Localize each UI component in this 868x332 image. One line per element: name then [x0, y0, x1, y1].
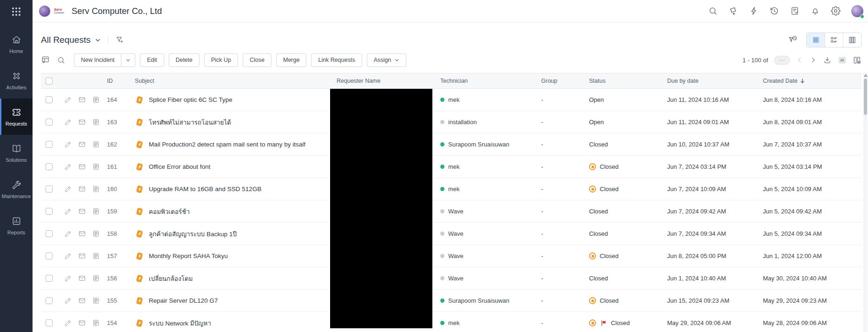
email-row-icon[interactable]: [78, 297, 86, 305]
column-header-due[interactable]: Due by date: [667, 78, 763, 84]
column-header-group[interactable]: Group: [541, 78, 589, 84]
new-incident-button[interactable]: New Incident: [74, 53, 121, 67]
notes-row-icon[interactable]: [92, 274, 100, 282]
edit-row-icon[interactable]: [64, 207, 72, 215]
email-row-icon[interactable]: [78, 96, 86, 104]
app-launcher-button[interactable]: [0, 0, 33, 23]
column-settings-icon[interactable]: [853, 56, 861, 65]
sidebar-item-activities[interactable]: Activities: [0, 62, 33, 99]
notes-row-icon[interactable]: [92, 96, 100, 104]
edit-row-icon[interactable]: [64, 230, 72, 238]
edit-row-icon[interactable]: [64, 274, 72, 282]
request-subject-link[interactable]: ระบบ Network มีปัญหา: [149, 318, 211, 328]
email-row-icon[interactable]: [78, 185, 86, 193]
row-checkbox[interactable]: [46, 119, 53, 126]
row-checkbox[interactable]: [46, 319, 53, 326]
row-checkbox[interactable]: [46, 141, 53, 148]
request-subject-link[interactable]: ลูกค้าต่อสัญญาระบบ Backup 1ปี: [149, 229, 237, 239]
notifications-bell-icon[interactable]: [810, 6, 820, 16]
customize-columns-button[interactable]: [41, 55, 50, 65]
history-icon[interactable]: [769, 6, 779, 16]
edit-row-icon[interactable]: [64, 96, 72, 104]
tasks-icon[interactable]: [790, 6, 800, 16]
column-header-status[interactable]: Status: [589, 78, 667, 84]
row-checkbox[interactable]: [46, 96, 53, 103]
sidebar-item-solutions[interactable]: Solutions: [0, 135, 33, 171]
sidebar-item-requests[interactable]: Requests: [0, 99, 33, 135]
quick-actions-icon[interactable]: [749, 6, 759, 16]
notes-row-icon[interactable]: [92, 140, 100, 148]
column-header-technician[interactable]: Technician: [440, 78, 541, 84]
column-header-id[interactable]: ID: [107, 78, 135, 84]
scrollbar-up-arrow[interactable]: [864, 74, 868, 77]
request-subject-link[interactable]: คอมพิวเตอร์ช้า: [149, 206, 190, 217]
prev-page-icon[interactable]: [796, 56, 803, 64]
notes-row-icon[interactable]: [92, 297, 100, 305]
select-all-checkbox[interactable]: [46, 78, 53, 85]
view-selector[interactable]: All Requests: [41, 35, 101, 45]
edit-row-icon[interactable]: [64, 252, 72, 260]
request-subject-link[interactable]: Upgrade RAM to 16GB and SSD 512GB: [149, 186, 261, 193]
notes-row-icon[interactable]: [92, 207, 100, 215]
row-checkbox[interactable]: [46, 186, 53, 193]
email-row-icon[interactable]: [78, 252, 86, 260]
edit-row-icon[interactable]: [64, 140, 72, 148]
notes-row-icon[interactable]: [92, 319, 100, 327]
assign-button[interactable]: Assign: [367, 53, 407, 67]
email-row-icon[interactable]: [78, 163, 86, 171]
view-toggle-list[interactable]: [807, 33, 825, 47]
scrollbar-thumb[interactable]: [864, 79, 867, 115]
row-checkbox[interactable]: [46, 297, 53, 304]
notes-row-icon[interactable]: [92, 185, 100, 193]
pagination-more-button[interactable]: ···: [774, 56, 790, 65]
request-subject-link[interactable]: โทรศัพท์ไม่สามารถโอนสายได้: [149, 117, 231, 127]
new-incident-caret-button[interactable]: [121, 53, 135, 67]
email-row-icon[interactable]: [78, 319, 86, 327]
email-row-icon[interactable]: [78, 118, 86, 126]
email-row-icon[interactable]: [78, 207, 86, 215]
request-subject-link[interactable]: Splice Fiber optic 6C SC Type: [149, 96, 232, 103]
email-row-icon[interactable]: [78, 140, 86, 148]
download-icon[interactable]: [823, 56, 832, 65]
request-subject-link[interactable]: Mail Production2 detect spam mail sent t…: [149, 141, 305, 148]
pickup-button[interactable]: Pick Up: [204, 53, 238, 67]
link-requests-button[interactable]: Link Requests: [311, 53, 362, 67]
sidebar-item-reports[interactable]: Reports: [0, 207, 33, 244]
close-button[interactable]: Close: [243, 53, 272, 67]
ticket-add-icon[interactable]: [729, 6, 738, 16]
edit-row-icon[interactable]: [64, 185, 72, 193]
status-legend-icon[interactable]: [838, 56, 847, 65]
search-icon[interactable]: [708, 6, 718, 16]
column-header-created[interactable]: Created Date: [763, 78, 861, 84]
sidebar-item-maintenance[interactable]: Maintenance: [0, 171, 33, 207]
settings-gear-icon[interactable]: [831, 6, 841, 16]
next-page-icon[interactable]: [809, 56, 817, 64]
notes-row-icon[interactable]: [92, 230, 100, 238]
edit-row-icon[interactable]: [64, 118, 72, 126]
delete-button[interactable]: Delete: [169, 53, 199, 67]
email-row-icon[interactable]: [78, 230, 86, 238]
column-header-subject[interactable]: Subject: [135, 78, 337, 84]
request-subject-link[interactable]: Repair Server DL120 G7: [149, 297, 218, 304]
user-avatar[interactable]: [851, 5, 863, 17]
row-checkbox[interactable]: [46, 252, 53, 259]
row-checkbox[interactable]: [46, 230, 53, 237]
edit-row-icon[interactable]: [64, 297, 72, 305]
notes-row-icon[interactable]: [92, 118, 100, 126]
request-subject-link[interactable]: Office Error about font: [149, 163, 211, 170]
row-checkbox[interactable]: [46, 275, 53, 282]
sidebar-item-home[interactable]: Home: [0, 26, 33, 62]
edit-row-icon[interactable]: [64, 319, 72, 327]
filter-history-button[interactable]: [788, 35, 798, 45]
edit-row-icon[interactable]: [64, 163, 72, 171]
column-header-requester[interactable]: Requester Name: [337, 78, 440, 84]
row-checkbox[interactable]: [46, 163, 53, 170]
view-toggle-card[interactable]: [825, 33, 843, 47]
request-subject-link[interactable]: เปลี่ยนกล้องโดม: [149, 273, 193, 284]
search-list-button[interactable]: [57, 56, 66, 65]
add-filter-button[interactable]: [115, 35, 125, 45]
edit-button[interactable]: Edit: [140, 53, 164, 67]
view-toggle-board[interactable]: [843, 33, 861, 47]
merge-button[interactable]: Merge: [276, 53, 306, 67]
notes-row-icon[interactable]: [92, 252, 100, 260]
